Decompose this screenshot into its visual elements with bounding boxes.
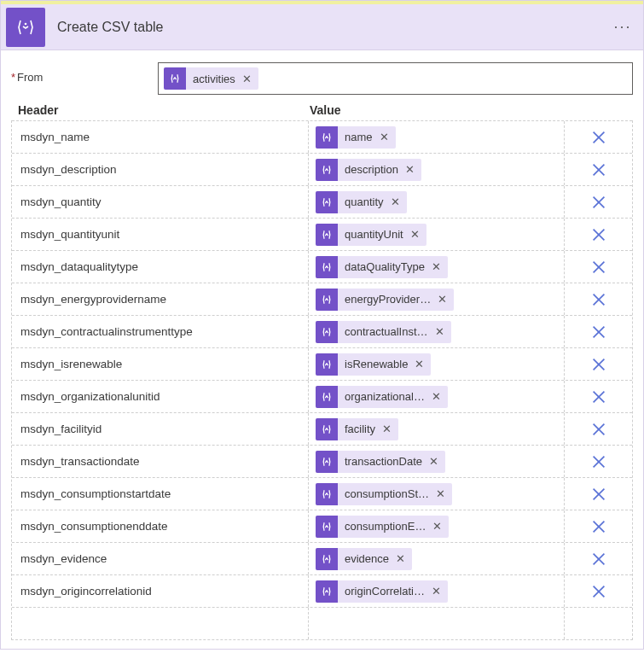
value-cell[interactable]: organizational…✕: [309, 381, 565, 412]
value-token[interactable]: isRenewable✕: [316, 353, 431, 376]
dynamic-content-icon: [316, 224, 338, 246]
value-token[interactable]: facility✕: [316, 418, 398, 440]
value-token[interactable]: description✕: [316, 159, 421, 181]
value-token[interactable]: name✕: [316, 126, 396, 149]
remove-token-icon[interactable]: ✕: [436, 487, 445, 500]
value-cell[interactable]: description✕: [309, 154, 565, 185]
mapping-row: msdyn_consumptionstartdateconsumptionSt……: [12, 477, 632, 510]
row-actions: [565, 283, 632, 315]
delete-row-icon[interactable]: [589, 582, 608, 601]
delete-row-icon[interactable]: [589, 355, 608, 374]
delete-row-icon[interactable]: [589, 323, 608, 341]
value-cell[interactable]: evidence✕: [309, 543, 565, 574]
value-cell[interactable]: quantityUnit✕: [309, 219, 565, 250]
value-cell[interactable]: name✕: [309, 121, 565, 153]
delete-row-icon[interactable]: [589, 160, 608, 179]
header-cell[interactable]: msdyn_facilityid: [12, 413, 309, 445]
header-cell[interactable]: msdyn_description: [12, 154, 309, 185]
header-cell[interactable]: msdyn_energyprovidername: [12, 283, 309, 315]
remove-token-icon[interactable]: ✕: [432, 390, 441, 403]
value-cell[interactable]: quantity✕: [309, 186, 565, 218]
header-cell[interactable]: msdyn_consumptionstartdate: [12, 478, 309, 510]
value-token[interactable]: consumptionSt…✕: [316, 483, 452, 505]
remove-token-icon[interactable]: ✕: [380, 131, 389, 143]
remove-token-icon[interactable]: ✕: [415, 358, 424, 370]
value-cell[interactable]: energyProvider…✕: [309, 283, 565, 315]
value-token[interactable]: organizational…✕: [316, 386, 448, 408]
row-actions: [565, 121, 632, 153]
remove-token-icon[interactable]: ✕: [396, 552, 405, 565]
delete-row-icon[interactable]: [589, 485, 608, 504]
remove-token-icon[interactable]: ✕: [438, 293, 447, 306]
value-token[interactable]: evidence✕: [316, 548, 412, 570]
delete-row-icon[interactable]: [589, 225, 608, 244]
header-cell[interactable]: msdyn_isrenewable: [12, 348, 309, 380]
delete-row-icon[interactable]: [589, 128, 608, 147]
remove-token-icon[interactable]: ✕: [432, 260, 441, 273]
value-cell[interactable]: contractualInst…✕: [309, 316, 565, 347]
header-cell[interactable]: msdyn_quantityunit: [12, 219, 309, 250]
value-token[interactable]: transactionDate✕: [316, 451, 445, 473]
card-menu-button[interactable]: ···: [606, 10, 640, 44]
remove-token-icon[interactable]: ✕: [391, 195, 400, 208]
mapping-row: msdyn_quantityunitquantityUnit✕: [12, 218, 632, 250]
required-marker: *: [11, 71, 15, 84]
delete-row-icon[interactable]: [589, 193, 608, 212]
value-cell[interactable]: isRenewable✕: [309, 348, 565, 380]
from-token[interactable]: activities ✕: [164, 67, 258, 90]
row-actions: [565, 381, 632, 412]
remove-token-icon[interactable]: ✕: [405, 163, 415, 176]
header-cell[interactable]: msdyn_consumptionenddate: [12, 510, 309, 542]
remove-token-icon[interactable]: ✕: [435, 325, 444, 338]
header-cell[interactable]: msdyn_organizationalunitid: [12, 381, 309, 412]
remove-token-icon[interactable]: ✕: [382, 423, 392, 435]
value-token-label: evidence: [345, 552, 389, 565]
value-token[interactable]: originCorrelati…✕: [316, 580, 448, 603]
svg-point-0: [25, 22, 27, 25]
dynamic-content-icon: [316, 483, 338, 505]
header-cell[interactable]: msdyn_dataqualitytype: [12, 251, 309, 283]
header-cell[interactable]: msdyn_name: [12, 121, 309, 153]
columns-heading-row: Header Value: [11, 103, 633, 117]
action-card: Create CSV table ··· *From activities: [0, 0, 644, 650]
value-cell[interactable]: consumptionE…✕: [309, 510, 565, 542]
value-token[interactable]: consumptionE…✕: [316, 516, 449, 538]
delete-row-icon[interactable]: [589, 258, 608, 277]
delete-row-icon[interactable]: [589, 420, 608, 439]
value-cell[interactable]: facility✕: [309, 413, 565, 445]
header-cell[interactable]: msdyn_quantity: [12, 186, 309, 218]
mapping-row: msdyn_contractualinstrumenttypecontractu…: [12, 315, 632, 347]
value-token[interactable]: dataQualityType✕: [316, 256, 448, 278]
header-cell[interactable]: msdyn_contractualinstrumenttype: [12, 316, 309, 347]
remove-token-icon[interactable]: ✕: [410, 228, 420, 241]
from-label: *From: [11, 62, 158, 84]
header-cell[interactable]: msdyn_evidence: [12, 543, 309, 574]
delete-row-icon[interactable]: [589, 388, 608, 406]
delete-row-icon[interactable]: [589, 452, 608, 471]
value-cell[interactable]: originCorrelati…✕: [309, 575, 565, 607]
mapping-row: msdyn_namename✕: [12, 120, 632, 153]
value-cell[interactable]: transactionDate✕: [309, 446, 565, 477]
delete-row-icon[interactable]: [589, 550, 608, 568]
remove-token-icon[interactable]: ✕: [429, 455, 438, 468]
value-token[interactable]: quantityUnit✕: [316, 224, 426, 246]
header-cell[interactable]: [12, 608, 309, 639]
header-cell[interactable]: msdyn_transactiondate: [12, 446, 309, 477]
remove-token-icon[interactable]: ✕: [432, 520, 442, 533]
delete-row-icon[interactable]: [589, 290, 608, 309]
value-cell[interactable]: dataQualityType✕: [309, 251, 565, 283]
remove-token-icon[interactable]: ✕: [242, 73, 252, 85]
value-cell[interactable]: consumptionSt…✕: [309, 478, 565, 510]
value-cell[interactable]: [309, 608, 565, 639]
value-token-label: contractualInst…: [345, 325, 428, 338]
value-token[interactable]: quantity✕: [316, 191, 407, 213]
value-token-label: facility: [345, 423, 375, 435]
delete-row-icon[interactable]: [589, 517, 608, 536]
row-actions: [565, 219, 632, 250]
from-input[interactable]: activities ✕: [158, 62, 633, 95]
header-cell[interactable]: msdyn_origincorrelationid: [12, 575, 309, 607]
remove-token-icon[interactable]: ✕: [432, 585, 441, 598]
value-token[interactable]: contractualInst…✕: [316, 321, 451, 343]
value-token[interactable]: energyProvider…✕: [316, 289, 454, 311]
value-token-label: description: [345, 163, 398, 176]
